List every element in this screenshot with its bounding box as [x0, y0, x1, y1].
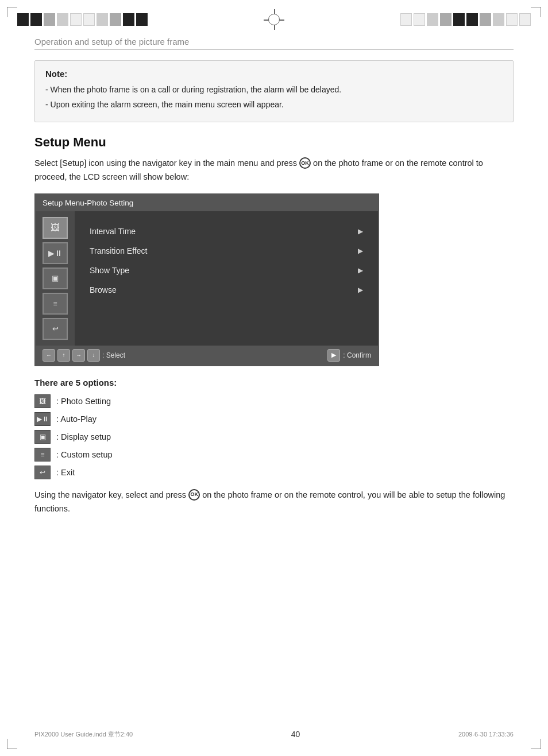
option-icon-display: ▣	[34, 430, 51, 444]
bar-block	[427, 13, 438, 26]
lcd-body: 🖼 ▶⏸ ▣ ≡ ↩ Interval Time ▶	[36, 211, 378, 346]
nav-down-button[interactable]: ↓	[87, 349, 100, 362]
option-text-photo: : Photo Setting	[56, 397, 111, 406]
footer-left-text: PIX2000 User Guide.indd 章节2:40	[34, 730, 133, 739]
note-box: Note: - When the photo frame is on a cal…	[34, 60, 514, 122]
confirm-icon[interactable]: ▶	[327, 349, 340, 362]
bar-block	[44, 13, 55, 26]
top-decorative-bar	[0, 8, 548, 31]
arrow-icon: ▶	[358, 266, 363, 274]
note-item-1: - When the photo frame is on a call or d…	[45, 83, 503, 96]
lcd-menu-transition-effect[interactable]: Transition Effect ▶	[84, 241, 369, 261]
page-footer: PIX2000 User Guide.indd 章节2:40 40 2009-6…	[0, 730, 548, 739]
options-title: There are 5 options:	[34, 378, 514, 387]
nav-left-button[interactable]: ←	[43, 349, 55, 362]
option-text-exit: : Exit	[56, 468, 75, 477]
main-content: Operation and setup of the picture frame…	[0, 31, 548, 550]
option-exit: ↩ : Exit	[34, 466, 514, 479]
nav-up-button[interactable]: ↑	[57, 349, 70, 362]
option-text-autoplay: : Auto-Play	[56, 414, 97, 424]
auto-play-icon: ▶⏸	[48, 249, 63, 258]
bar-block	[70, 13, 82, 26]
lcd-menu: Interval Time ▶ Transition Effect ▶ Show…	[75, 211, 378, 346]
arrow-icon: ▶	[358, 227, 363, 235]
lcd-sidebar: 🖼 ▶⏸ ▣ ≡ ↩	[36, 211, 75, 346]
nav-buttons-group: ← ↑ → ↓ : Select	[43, 349, 125, 362]
nav-right-button[interactable]: →	[72, 349, 85, 362]
lcd-header: Setup Menu-Photo Setting	[36, 195, 378, 211]
option-icon-custom: ≡	[34, 448, 51, 462]
lcd-sidebar-auto-play[interactable]: ▶⏸	[43, 242, 68, 264]
left-bar-blocks	[17, 13, 148, 26]
lcd-sidebar-photo-setting[interactable]: 🖼	[43, 217, 68, 239]
crosshair-circle	[268, 14, 280, 25]
bar-block	[453, 13, 465, 26]
note-item-2: - Upon exiting the alarm screen, the mai…	[45, 98, 503, 111]
note-title: Note:	[45, 69, 503, 79]
bar-block	[17, 13, 29, 26]
bar-block	[400, 13, 412, 26]
crosshair-mark	[264, 9, 284, 30]
lcd-sidebar-custom-setup[interactable]: ≡	[43, 293, 68, 315]
lcd-menu-interval-time[interactable]: Interval Time ▶	[84, 222, 369, 241]
lcd-sidebar-display-setup[interactable]: ▣	[43, 267, 68, 289]
exit-icon: ↩	[52, 324, 59, 333]
bar-block	[97, 13, 108, 26]
option-text-custom: : Custom setup	[56, 450, 113, 459]
section-title: Operation and setup of the picture frame	[34, 37, 514, 50]
arrow-icon: ▶	[358, 247, 363, 255]
bar-block	[480, 13, 491, 26]
lcd-menu-show-type[interactable]: Show Type ▶	[84, 261, 369, 280]
bar-block	[506, 13, 518, 26]
bar-block	[57, 13, 68, 26]
option-icon-autoplay: ▶⏸	[34, 412, 51, 426]
photo-setting-icon: 🖼	[51, 223, 60, 233]
right-bar-blocks	[400, 13, 531, 26]
bottom-description: Using the navigator key, select and pres…	[34, 489, 514, 516]
menu-item-label: Transition Effect	[90, 246, 147, 255]
setup-menu-description: Select [Setup] icon using the navigator …	[34, 157, 514, 184]
lcd-screen: Setup Menu-Photo Setting 🖼 ▶⏸ ▣ ≡ ↩	[34, 193, 379, 366]
menu-item-label: Show Type	[90, 266, 129, 275]
confirm-label: : Confirm	[343, 351, 371, 359]
ok-button-icon-2: OK	[188, 489, 200, 501]
option-photo-setting: 🖼 : Photo Setting	[34, 394, 514, 408]
bar-block	[440, 13, 451, 26]
lcd-menu-browse[interactable]: Browse ▶	[84, 280, 369, 300]
corner-mark-br	[531, 739, 541, 749]
bar-block	[110, 13, 121, 26]
display-setup-icon: ▣	[52, 274, 59, 282]
bottom-desc-text-1: Using the navigator key, select and pres…	[34, 490, 186, 499]
lcd-footer: ← ↑ → ↓ : Select ▶ : Confirm	[36, 346, 378, 365]
option-custom-setup: ≡ : Custom setup	[34, 448, 514, 462]
bar-block	[466, 13, 478, 26]
custom-setup-icon: ≡	[53, 300, 57, 308]
option-text-display: : Display setup	[56, 432, 111, 441]
option-auto-play: ▶⏸ : Auto-Play	[34, 412, 514, 426]
top-center-registration	[148, 9, 400, 30]
setup-menu-title: Setup Menu	[34, 135, 514, 150]
bar-block	[493, 13, 504, 26]
bar-block	[83, 13, 95, 26]
page-number: 40	[291, 730, 300, 739]
bar-block	[414, 13, 425, 26]
bar-block	[30, 13, 42, 26]
option-display-setup: ▣ : Display setup	[34, 430, 514, 444]
confirm-button-group: ▶ : Confirm	[327, 349, 371, 362]
option-icon-photo: 🖼	[34, 394, 51, 408]
menu-item-label: Interval Time	[90, 227, 136, 236]
bar-block	[123, 13, 134, 26]
menu-item-label: Browse	[90, 285, 117, 294]
bar-block	[136, 13, 148, 26]
desc-text-1: Select [Setup] icon using the navigator …	[34, 158, 297, 168]
select-label: : Select	[102, 351, 125, 359]
footer-right-text: 2009-6-30 17:33:36	[458, 731, 514, 738]
corner-mark-bl	[7, 739, 17, 749]
arrow-icon: ▶	[358, 286, 363, 294]
lcd-sidebar-exit[interactable]: ↩	[43, 318, 68, 340]
bar-block	[519, 13, 531, 26]
option-icon-exit: ↩	[34, 466, 51, 479]
ok-button-icon: OK	[299, 157, 311, 169]
